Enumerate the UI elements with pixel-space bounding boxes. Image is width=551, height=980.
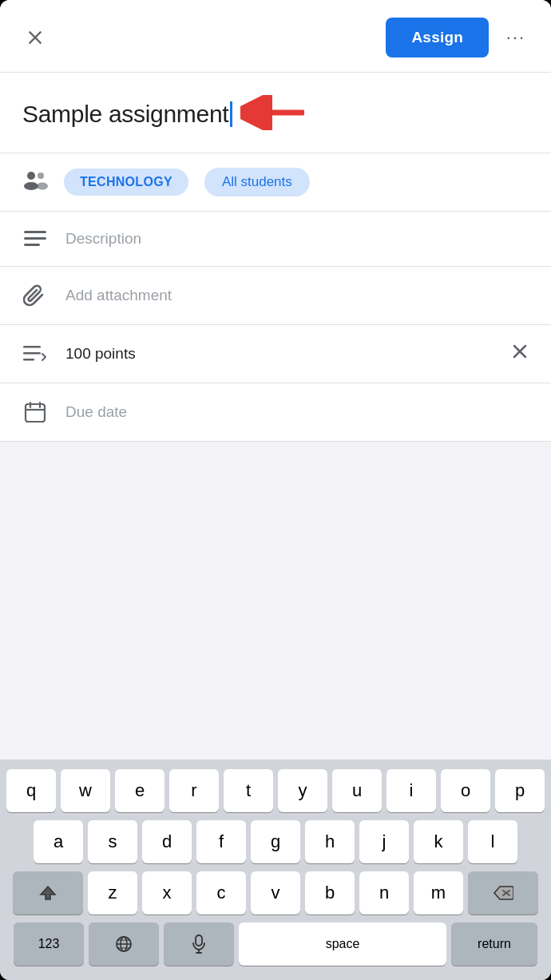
key-g[interactable]: g <box>251 820 300 863</box>
keyboard-row-2: a s d f g h j k l <box>3 820 548 863</box>
more-icon: ··· <box>506 27 525 48</box>
graded-icon <box>23 343 47 365</box>
key-f[interactable]: f <box>196 820 246 863</box>
points-field[interactable]: 100 points <box>0 325 551 383</box>
keyboard-row-4: 123 space return <box>3 922 548 966</box>
svg-rect-11 <box>23 352 41 355</box>
class-row: TECHNOLOGY All students <box>0 153 551 212</box>
people-icon <box>22 169 48 191</box>
points-value: 100 points <box>65 345 136 363</box>
svg-point-4 <box>24 182 38 190</box>
class-chip[interactable]: TECHNOLOGY <box>64 169 188 196</box>
key-t[interactable]: t <box>224 769 273 812</box>
clear-icon <box>511 343 529 360</box>
due-date-label: Due date <box>65 403 127 421</box>
key-e[interactable]: e <box>115 769 165 812</box>
key-p[interactable]: p <box>495 769 545 812</box>
return-key[interactable]: return <box>451 922 537 966</box>
key-z[interactable]: z <box>88 871 137 915</box>
svg-rect-26 <box>196 935 202 946</box>
clear-points-button[interactable] <box>511 343 529 365</box>
arrow-svg <box>240 95 304 130</box>
delete-key[interactable] <box>468 871 538 915</box>
svg-rect-7 <box>24 231 46 233</box>
space-key[interactable]: space <box>239 922 446 966</box>
form-area: Sample assignment <box>0 73 551 442</box>
red-arrow-indicator <box>240 95 304 133</box>
svg-rect-8 <box>24 237 46 240</box>
svg-rect-9 <box>24 244 40 246</box>
globe-key[interactable] <box>89 922 159 966</box>
top-bar-actions: Assign ··· <box>386 18 532 58</box>
description-field[interactable]: Description <box>0 212 551 267</box>
attachment-field[interactable]: Add attachment <box>0 267 551 325</box>
svg-rect-10 <box>23 346 41 348</box>
top-bar: Assign ··· <box>0 0 551 73</box>
points-left: 100 points <box>22 343 136 365</box>
shift-key[interactable] <box>13 871 83 915</box>
key-b[interactable]: b <box>305 871 355 915</box>
key-k[interactable]: k <box>414 820 463 863</box>
svg-rect-15 <box>26 404 45 422</box>
shift-icon <box>39 884 57 902</box>
microphone-key[interactable] <box>164 922 234 966</box>
key-j[interactable]: j <box>359 820 409 863</box>
key-u[interactable]: u <box>332 769 382 812</box>
clip-icon <box>23 284 47 307</box>
class-icon <box>22 169 48 196</box>
attachment-icon <box>22 284 48 307</box>
key-s[interactable]: s <box>88 820 137 863</box>
close-icon <box>26 29 44 46</box>
due-date-field[interactable]: Due date <box>0 383 551 442</box>
svg-point-3 <box>27 172 35 180</box>
svg-rect-12 <box>23 359 34 361</box>
key-y[interactable]: y <box>278 769 327 812</box>
close-button[interactable] <box>19 22 51 54</box>
key-x[interactable]: x <box>142 871 192 915</box>
phone-container: Assign ··· Sample assignment <box>0 0 551 980</box>
keyboard: q w e r t y u i o p a s d f g h j k l <box>0 760 551 980</box>
numbers-key[interactable]: 123 <box>14 922 84 966</box>
svg-point-6 <box>37 182 48 189</box>
key-q[interactable]: q <box>6 769 56 812</box>
students-chip[interactable]: All students <box>204 168 310 196</box>
keyboard-row-3: z x c v b n m <box>3 871 548 915</box>
assignment-title: Sample assignment <box>22 101 228 128</box>
text-cursor <box>230 101 232 127</box>
key-a[interactable]: a <box>34 820 83 863</box>
key-v[interactable]: v <box>251 871 300 915</box>
key-n[interactable]: n <box>359 871 409 915</box>
key-o[interactable]: o <box>441 769 490 812</box>
key-i[interactable]: i <box>386 769 436 812</box>
assign-button[interactable]: Assign <box>386 18 489 58</box>
description-label: Description <box>65 230 141 248</box>
key-d[interactable]: d <box>142 820 192 863</box>
key-r[interactable]: r <box>169 769 219 812</box>
delete-icon <box>493 885 513 901</box>
globe-icon <box>114 934 133 954</box>
key-m[interactable]: m <box>414 871 463 915</box>
calendar-icon <box>22 401 48 423</box>
microphone-icon <box>191 934 207 954</box>
lines-icon <box>24 229 46 248</box>
title-row[interactable]: Sample assignment <box>0 73 551 153</box>
description-icon <box>22 229 48 248</box>
svg-point-5 <box>38 173 44 179</box>
attachment-label: Add attachment <box>65 287 172 304</box>
points-icon <box>22 343 48 365</box>
key-l[interactable]: l <box>468 820 517 863</box>
calendar-icon-svg <box>24 401 46 423</box>
more-options-button[interactable]: ··· <box>500 22 532 54</box>
key-w[interactable]: w <box>61 769 110 812</box>
keyboard-row-1: q w e r t y u i o p <box>3 769 548 812</box>
key-h[interactable]: h <box>305 820 355 863</box>
key-c[interactable]: c <box>196 871 246 915</box>
